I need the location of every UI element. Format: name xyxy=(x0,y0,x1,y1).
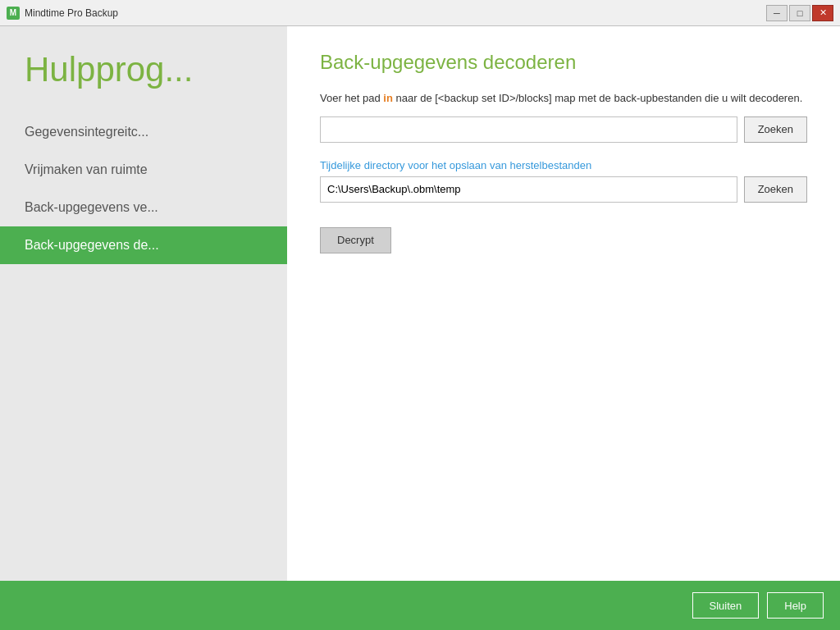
sidebar-item-backup-ve[interactable]: Back-upgegevens ve... xyxy=(0,189,287,226)
main-window: Hulpprog... Gegevensintegreitc... Vrijma… xyxy=(0,26,840,630)
sidebar-heading: Hulpprog... xyxy=(0,43,287,113)
path-input-row: Zoeken xyxy=(320,116,807,143)
main-content: Back-upgegevens decoderen Voer het pad i… xyxy=(287,26,840,581)
sidebar-item-vrijmaken[interactable]: Vrijmaken van ruimte xyxy=(0,151,287,189)
app-icon: M xyxy=(7,7,20,20)
decrypt-button[interactable]: Decrypt xyxy=(320,227,391,253)
path-input[interactable] xyxy=(320,116,737,143)
sluiten-button[interactable]: Sluiten xyxy=(692,592,760,619)
sidebar-item-gegevens[interactable]: Gegevensintegreitc... xyxy=(0,113,287,151)
temp-dir-input[interactable] xyxy=(320,176,737,203)
sidebar-item-backup-de[interactable]: Back-upgegevens de... xyxy=(0,226,287,264)
temp-dir-label: Tijdelijke directory voor het opslaan va… xyxy=(320,159,807,171)
help-button[interactable]: Help xyxy=(767,592,824,619)
maximize-button[interactable]: □ xyxy=(789,5,810,21)
app-title: Mindtime Pro Backup xyxy=(25,7,118,19)
close-button[interactable]: ✕ xyxy=(812,5,833,21)
sidebar: Hulpprog... Gegevensintegreitc... Vrijma… xyxy=(0,26,287,581)
search-button-1[interactable]: Zoeken xyxy=(744,116,807,143)
title-bar: M Mindtime Pro Backup ─ □ ✕ xyxy=(0,0,840,26)
footer: Sluiten Help xyxy=(0,581,840,630)
title-bar-controls: ─ □ ✕ xyxy=(766,5,833,21)
content-area: Hulpprog... Gegevensintegreitc... Vrijma… xyxy=(0,26,840,581)
search-button-2[interactable]: Zoeken xyxy=(744,176,807,203)
minimize-button[interactable]: ─ xyxy=(766,5,788,21)
title-bar-left: M Mindtime Pro Backup xyxy=(7,7,118,20)
description-text: Voer het pad in naar de [<backup set ID>… xyxy=(320,90,807,107)
temp-dir-input-row: Zoeken xyxy=(320,176,807,203)
page-title: Back-upgegevens decoderen xyxy=(320,51,807,74)
